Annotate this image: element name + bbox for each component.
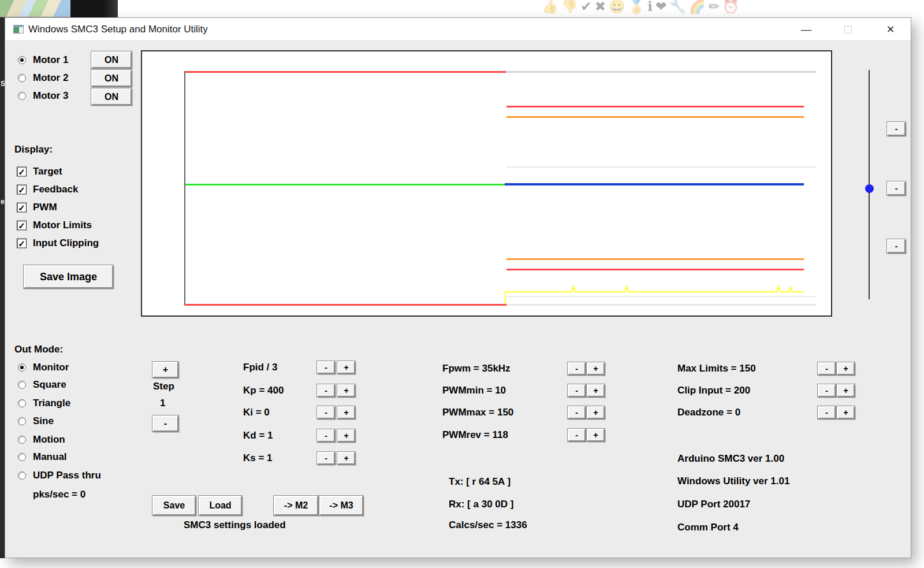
param-plus-button-pwm-1[interactable]: + [587,384,605,397]
info-line-1: Windows Utility ver 1.01 [677,476,789,487]
app-window: Windows SMC3 Setup and Monitor Utility —… [5,17,911,558]
param-plus-button-pwm-3[interactable]: + [587,429,605,441]
param-plus-button-pwm-2[interactable]: + [587,406,605,419]
param-label-pid-2: Ki = 0 [243,407,270,418]
out-mode-label: Square [33,379,66,391]
calcs-status-text: Calcs/sec = 1336 [449,519,527,531]
background-text-fragment: e [1,198,5,206]
step-plus-button[interactable]: + [152,362,178,378]
out-mode-label: Sine [33,415,54,427]
step-minus-button[interactable]: - [152,415,178,432]
background-left-window-edge: S e [0,17,5,558]
param-label-pid-1: Kp = 400 [243,385,284,396]
param-plus-button-pid-2[interactable]: + [337,406,355,419]
param-minus-button-limits-0[interactable]: - [818,362,836,375]
param-label-pwm-0: Fpwm = 35kHz [442,363,511,374]
scale-slider-thumb[interactable] [865,184,874,193]
out-mode-label: Motion [33,434,65,446]
param-plus-button-limits-2[interactable]: + [837,406,855,419]
out-mode-radio-sine[interactable] [18,417,26,425]
out-mode-radio-motion[interactable] [18,436,26,444]
info-line-2: UDP Port 20017 [677,499,750,510]
param-minus-button-pwm-2[interactable]: - [568,406,586,419]
tx-status-text: Tx: [ r 64 5A ] [449,476,511,488]
out-mode-label: Monitor [33,362,69,373]
motor-radio-3[interactable] [18,92,26,100]
out-mode-heading: Out Mode: [14,344,63,355]
motor-3-on-button[interactable]: ON [91,88,132,105]
scale-minus-button-0[interactable]: - [887,122,906,136]
param-plus-button-pid-0[interactable]: + [337,361,355,374]
copy-to-m2-button[interactable]: -> M2 [274,496,318,515]
display-checkbox-feedback[interactable]: ✓ [17,185,27,195]
background-emoji-toolbar: 👍👎✔✖😀🏅ℹ❤🔧🌈✏⏰ [542,0,742,17]
minimize-button[interactable]: — [793,18,819,41]
display-checkbox-label: PWM [33,202,57,213]
chart-pwm-trace [142,51,831,315]
param-label-pwm-1: PWMmin = 10 [442,385,506,396]
out-mode-radio-triangle[interactable] [18,399,26,407]
display-checkbox-pwm[interactable]: ✓ [17,203,27,213]
param-minus-button-pwm-1[interactable]: - [568,384,586,397]
close-button[interactable]: ✕ [877,18,904,41]
rx-status-text: Rx: [ a 30 0D ] [449,499,513,510]
param-plus-button-limits-0[interactable]: + [837,362,855,375]
param-minus-button-limits-1[interactable]: - [818,384,836,397]
background-window-fragment [70,0,118,17]
param-minus-button-pid-0[interactable]: - [317,361,335,374]
display-checkbox-motor-limits[interactable]: ✓ [17,221,27,231]
step-value: 1 [160,398,165,409]
info-line-0: Arduino SMC3 ver 1.00 [677,453,784,465]
maximize-icon [844,26,852,34]
out-mode-radio-manual[interactable] [18,453,26,461]
load-button[interactable]: Load [199,496,242,515]
param-minus-button-pid-1[interactable]: - [317,384,335,397]
background-map-thumbnail [0,0,70,17]
param-label-pid-4: Ks = 1 [243,452,273,464]
out-mode-radio-square[interactable] [18,381,26,389]
display-checkbox-input-clipping[interactable]: ✓ [17,239,27,248]
param-minus-button-pid-4[interactable]: - [317,452,335,465]
out-mode-radio-monitor[interactable] [18,363,26,372]
out-mode-label: Triangle [33,398,70,409]
titlebar[interactable]: Windows SMC3 Setup and Monitor Utility —… [5,18,911,41]
param-minus-button-limits-2[interactable]: - [818,406,836,419]
param-minus-button-pwm-0[interactable]: - [568,362,586,375]
param-label-pwm-3: PWMrev = 118 [442,429,508,441]
display-checkbox-target[interactable]: ✓ [17,167,27,177]
param-label-limits-0: Max Limits = 150 [677,363,756,374]
param-minus-button-pid-3[interactable]: - [317,429,335,442]
param-plus-button-pid-1[interactable]: + [337,384,355,397]
motor-radio-1[interactable] [18,56,26,64]
step-label: Step [153,381,174,392]
display-checkbox-label: Input Clipping [33,237,99,249]
save-image-button[interactable]: Save Image [24,265,113,288]
param-label-limits-1: Clip Input = 200 [677,385,750,396]
out-mode-radio-udp-pass-thru[interactable] [18,472,26,480]
maximize-button[interactable] [834,18,861,41]
param-plus-button-pid-4[interactable]: + [337,452,355,465]
display-heading: Display: [14,144,53,155]
param-label-pid-0: Fpid / 3 [243,362,278,373]
out-mode-label: Manual [33,451,67,463]
background-text-fragment: S [1,80,5,88]
param-plus-button-pid-3[interactable]: + [337,429,355,442]
display-checkbox-label: Feedback [33,184,78,195]
settings-status-text: SMC3 settings loaded [184,519,286,531]
param-label-pwm-2: PWMmax = 150 [442,407,513,418]
param-label-pid-3: Kd = 1 [243,430,273,441]
param-minus-button-pid-2[interactable]: - [317,406,335,419]
param-plus-button-pwm-0[interactable]: + [587,362,605,375]
param-plus-button-limits-1[interactable]: + [837,384,855,397]
app-icon [13,25,24,34]
scale-minus-button-1[interactable]: - [887,181,906,195]
window-title: Windows SMC3 Setup and Monitor Utility [28,24,208,35]
copy-to-m3-button[interactable]: -> M3 [319,496,363,515]
scale-minus-button-2[interactable]: - [887,239,906,253]
motor-2-on-button[interactable]: ON [91,70,132,87]
motor-1-on-button[interactable]: ON [91,51,132,68]
param-minus-button-pwm-3[interactable]: - [568,429,586,441]
motor-radio-2[interactable] [18,74,26,82]
save-button[interactable]: Save [152,496,196,515]
scope-chart [141,50,832,317]
